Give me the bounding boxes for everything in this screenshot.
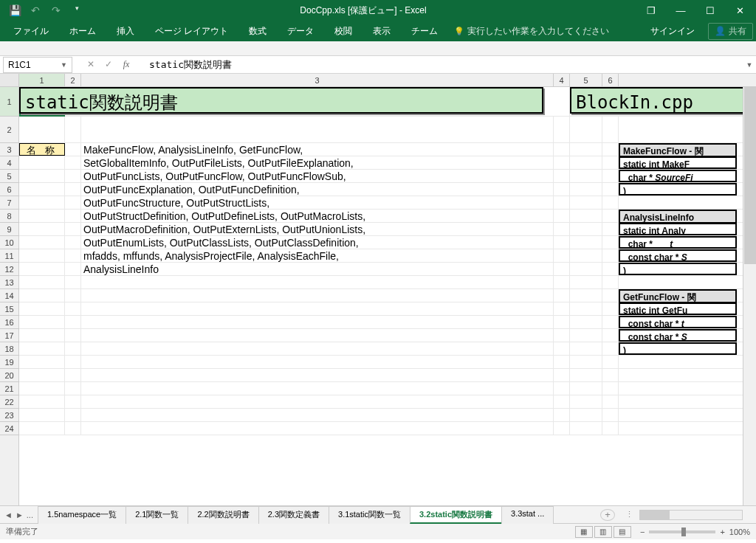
sheet-tab[interactable]: 1.5namespace一覧 — [38, 506, 126, 524]
row-header[interactable]: 3 — [0, 143, 18, 156]
row-header[interactable]: 14 — [0, 289, 18, 302]
sheet-tab[interactable]: 2.3関数定義書 — [258, 506, 329, 524]
qat-customize-icon[interactable]: ▾ — [69, 4, 84, 16]
code-line[interactable]: ) — [620, 184, 735, 196]
row-header[interactable]: 11 — [0, 249, 18, 263]
ribbon-display-icon[interactable]: ❐ — [638, 5, 664, 16]
name-label-cell[interactable]: 名 称 — [19, 143, 65, 156]
tab-file[interactable]: ファイル — [3, 21, 59, 41]
row-header[interactable]: 21 — [0, 382, 18, 395]
scrollbar-thumb[interactable] — [744, 87, 756, 264]
row-header[interactable]: 8 — [0, 210, 18, 223]
row-header[interactable]: 15 — [0, 302, 18, 316]
formula-input[interactable] — [146, 57, 743, 73]
code-line[interactable]: ) — [620, 264, 735, 275]
view-pagelayout-icon[interactable]: ▥ — [594, 526, 612, 538]
col-header-2[interactable]: 2 — [65, 74, 81, 86]
code-line[interactable]: const char * t — [620, 317, 735, 328]
row-header[interactable]: 17 — [0, 329, 18, 342]
zoom-slider-thumb[interactable] — [681, 528, 686, 536]
col-header-rest[interactable] — [619, 74, 737, 86]
tab-home[interactable]: ホーム — [59, 21, 106, 41]
code-line[interactable]: static int GetFu — [620, 304, 735, 315]
row-header[interactable]: 19 — [0, 356, 18, 369]
sheet-tab[interactable]: 3.1static関数一覧 — [329, 506, 410, 524]
row-header[interactable]: 4 — [0, 156, 18, 170]
scrollbar-thumb[interactable] — [640, 511, 670, 519]
row-header[interactable]: 12 — [0, 263, 18, 276]
func-list-cell[interactable]: AnalysisLineInfo — [81, 263, 554, 275]
row-header[interactable]: 7 — [0, 196, 18, 210]
maximize-button[interactable]: ☐ — [697, 5, 724, 16]
code-line[interactable]: const char * S — [620, 331, 735, 342]
sign-in-link[interactable]: サインイン — [650, 25, 701, 38]
code-line[interactable]: char * t — [620, 238, 735, 249]
row-header-1[interactable]: 1 — [0, 87, 18, 117]
row-header[interactable]: 23 — [0, 409, 18, 422]
func-list-cell[interactable]: OutPutStructDefinition, OutPutDefineList… — [81, 210, 554, 222]
sheet-tab-active[interactable]: 3.2static関数説明書 — [410, 506, 502, 524]
col-header-1[interactable]: 1 — [19, 74, 65, 86]
tab-review[interactable]: 校閲 — [324, 21, 362, 41]
col-header-6[interactable]: 6 — [602, 74, 619, 86]
func-list-cell[interactable]: MakeFuncFlow, AnalysisLineInfo, GetFuncF… — [81, 143, 554, 156]
code-line[interactable]: ) — [620, 344, 735, 355]
row-header[interactable]: 24 — [0, 422, 18, 435]
row-header[interactable]: 10 — [0, 236, 18, 249]
fx-icon[interactable]: fx — [118, 59, 134, 70]
tab-nav-prev-icon[interactable]: ◄ — [4, 511, 13, 519]
view-normal-icon[interactable]: ▦ — [575, 526, 593, 538]
zoom-out-button[interactable]: − — [640, 528, 645, 536]
vertical-scrollbar[interactable] — [743, 87, 756, 505]
col-header-4[interactable]: 4 — [554, 74, 570, 86]
tab-insert[interactable]: 挿入 — [106, 21, 145, 41]
tab-nav-ellipsis[interactable]: ... — [27, 511, 33, 519]
name-box-dropdown-icon[interactable]: ▼ — [61, 61, 67, 69]
code-block-title[interactable]: MakeFuncFlow - 関 — [619, 143, 737, 156]
row-header-2[interactable]: 2 — [0, 117, 18, 143]
col-header-3[interactable]: 3 — [81, 74, 554, 86]
view-pagebreak-icon[interactable]: ▤ — [614, 526, 631, 538]
zoom-slider[interactable] — [649, 530, 715, 533]
func-list-cell[interactable]: OutPutFuncStructure, OutPutStructLists, — [81, 196, 554, 209]
row-header[interactable]: 5 — [0, 170, 18, 183]
row-header[interactable]: 22 — [0, 395, 18, 409]
func-list-cell[interactable]: OutPutFuncExplanation, OutPutFuncDefinit… — [81, 183, 554, 196]
row-header[interactable]: 9 — [0, 223, 18, 236]
tab-menu-icon[interactable]: ⋮ — [619, 510, 639, 519]
sheet-tab[interactable]: 2.2関数説明書 — [188, 506, 258, 524]
share-button[interactable]: 👤 共有 — [708, 23, 753, 40]
row-header[interactable]: 18 — [0, 342, 18, 356]
tab-data[interactable]: データ — [277, 21, 324, 41]
func-list-cell[interactable]: OutPutFuncLists, OutPutFuncFlow, OutPutF… — [81, 170, 554, 182]
code-block-title[interactable]: AnalysisLineInfo — [619, 210, 737, 223]
undo-icon[interactable]: ↶ — [28, 4, 43, 16]
func-list-cell[interactable]: SetGlobalItemInfo, OutPutFileLists, OutP… — [81, 156, 554, 169]
code-line[interactable]: const char * S — [620, 251, 735, 262]
code-line[interactable]: char * char * SourceFiSourceFi — [620, 171, 735, 182]
cancel-icon[interactable]: ✕ — [83, 59, 99, 70]
close-button[interactable]: ✕ — [726, 5, 753, 16]
new-sheet-button[interactable]: + — [600, 509, 615, 521]
save-icon[interactable]: 💾 — [7, 4, 22, 16]
sheet-tab[interactable]: 3.3stat ... — [501, 506, 554, 524]
code-block-title[interactable]: GetFuncFlow - 関 — [619, 289, 737, 302]
cells-area[interactable]: static関数説明書 BlockIn.cpp 名 称 MakeFuncFlow… — [19, 87, 756, 505]
redo-icon[interactable]: ↷ — [49, 4, 63, 16]
row-header[interactable]: 16 — [0, 316, 18, 329]
func-list-cell[interactable]: OutPutEnumLists, OutPutClassLists, OutPu… — [81, 236, 554, 249]
tab-team[interactable]: チーム — [401, 21, 448, 41]
row-header[interactable]: 6 — [0, 183, 18, 196]
formula-expand-icon[interactable]: ▼ — [743, 61, 756, 69]
title-cell-left[interactable]: static関数説明書 — [19, 87, 543, 114]
func-list-cell[interactable]: OutPutMacroDefinition, OutPutExternLists… — [81, 223, 554, 235]
row-header[interactable]: 13 — [0, 276, 18, 289]
name-box[interactable]: R1C1 ▼ — [3, 57, 72, 73]
col-header-5[interactable]: 5 — [570, 74, 602, 86]
zoom-level[interactable]: 100% — [729, 528, 750, 536]
tell-me-box[interactable]: 💡 実行したい作業を入力してください — [454, 25, 609, 38]
sheet-tab[interactable]: 2.1関数一覧 — [126, 506, 188, 524]
horizontal-scrollbar[interactable] — [639, 510, 743, 520]
func-list-cell[interactable]: mfadds, mffunds, AnalysisProjectFile, An… — [81, 249, 554, 262]
tab-view[interactable]: 表示 — [362, 21, 401, 41]
